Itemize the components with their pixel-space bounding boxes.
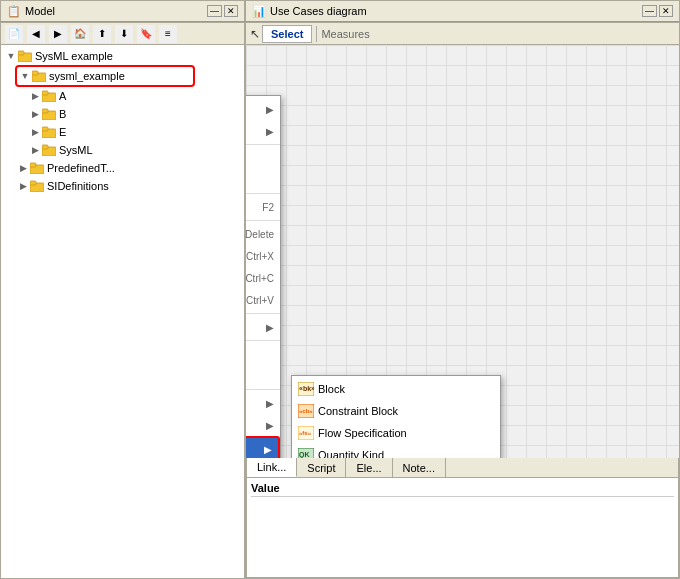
tab-note[interactable]: Note... bbox=[393, 458, 446, 477]
tree-item-predefined[interactable]: ▶ PredefinedT... bbox=[15, 159, 242, 177]
SysML-expand-icon[interactable]: ▶ bbox=[29, 144, 41, 156]
tree-item-E[interactable]: ▶ E bbox=[27, 123, 242, 141]
menu-open-explorer[interactable]: Open in new explorer bbox=[246, 365, 280, 387]
open-explorer-label: Open in new explorer bbox=[246, 370, 274, 382]
menu-macros[interactable]: M Macros ▶ bbox=[246, 316, 280, 338]
flow-specification-label: Flow Specification bbox=[318, 427, 494, 439]
E-expand-icon[interactable]: ▶ bbox=[29, 126, 41, 138]
submenu-quantity-kind[interactable]: QK Quantity Kind bbox=[292, 444, 500, 458]
svg-text:«bk»: «bk» bbox=[299, 385, 314, 392]
diagram-minimize-icon[interactable]: — bbox=[642, 5, 657, 17]
svg-rect-3 bbox=[32, 71, 38, 75]
tree-item-A[interactable]: ▶ A bbox=[27, 87, 242, 105]
si-expand-icon[interactable]: ▶ bbox=[17, 180, 29, 192]
menu-create-element[interactable]: Create element ▶ bbox=[246, 120, 280, 142]
diagram-close-icon[interactable]: ✕ bbox=[659, 5, 673, 17]
menu-sysml-architect[interactable]: 2 SA SysML Architect by Modeliosoft ▶ bbox=[246, 436, 280, 458]
toolbar-back-btn[interactable]: ◀ bbox=[27, 25, 45, 43]
predefined-expand-icon[interactable]: ▶ bbox=[17, 162, 29, 174]
rename-shortcut: F2 bbox=[262, 202, 274, 213]
tab-script[interactable]: Script bbox=[297, 458, 346, 477]
menu-cut-element[interactable]: ✂ Cut element Ctrl+X bbox=[246, 245, 280, 267]
E-label: E bbox=[59, 126, 66, 138]
menu-create-stereotype[interactable]: Create stereotype... bbox=[246, 169, 280, 191]
root-expand-icon[interactable]: ▼ bbox=[5, 50, 17, 62]
macros-label: Macros bbox=[246, 321, 262, 333]
toolbar-home-btn[interactable]: 🏠 bbox=[71, 25, 89, 43]
menu-modeler-module[interactable]: M Modeler Module ▶ bbox=[246, 392, 280, 414]
predefined-icon bbox=[29, 160, 45, 176]
select-button[interactable]: Select bbox=[262, 25, 312, 43]
document-publisher-arrow: ▶ bbox=[266, 420, 274, 431]
si-icon bbox=[29, 178, 45, 194]
separator-4 bbox=[246, 313, 280, 314]
tree-item-sidefinitions[interactable]: ▶ SIDefinitions bbox=[15, 177, 242, 195]
model-title-label: Model bbox=[25, 5, 55, 17]
si-label: SIDefinitions bbox=[47, 180, 109, 192]
toolbar-down-btn[interactable]: ⬇ bbox=[115, 25, 133, 43]
sysml-architect-arrow: ▶ bbox=[264, 444, 272, 455]
svg-rect-1 bbox=[18, 51, 24, 55]
menu-check-model[interactable]: Check model bbox=[246, 343, 280, 365]
block-label: Block bbox=[318, 383, 494, 395]
root-label: SysML example bbox=[35, 50, 113, 62]
tree-item-sysml-example[interactable]: ▼ sysml_example bbox=[15, 65, 195, 87]
constraint-block-icon: «cb» bbox=[298, 403, 314, 419]
create-diagram-arrow: ▶ bbox=[266, 104, 274, 115]
menu-add-stereotype[interactable]: «» Add stereotype bbox=[246, 147, 280, 169]
separator-2 bbox=[246, 193, 280, 194]
diagram-toolbar: ↖ Select Measures bbox=[246, 23, 679, 45]
value-column-header: Value bbox=[251, 482, 674, 497]
menu-create-diagram[interactable]: Create diagram ▶ bbox=[246, 98, 280, 120]
submenu-block[interactable]: «bk» Block bbox=[292, 378, 500, 400]
toolbar-expand-btn[interactable]: ≡ bbox=[159, 25, 177, 43]
tree-area: ▼ SysML example ▼ bbox=[1, 45, 244, 578]
menu-copy-element[interactable]: Copy element Ctrl+C bbox=[246, 267, 280, 289]
cursor-icon: ↖ bbox=[250, 27, 260, 41]
SysML-label: SysML bbox=[59, 144, 93, 156]
A-expand-icon[interactable]: ▶ bbox=[29, 90, 41, 102]
toolbar-new-btn[interactable]: 📄 bbox=[5, 25, 23, 43]
svg-text:«fs»: «fs» bbox=[299, 430, 312, 436]
model-tree-panel: 📄 ◀ ▶ 🏠 ⬆ ⬇ 🔖 ≡ ▼ bbox=[0, 22, 245, 579]
sysml-example-icon bbox=[31, 68, 47, 84]
quantity-kind-icon: QK bbox=[298, 447, 314, 458]
modeler-module-arrow: ▶ bbox=[266, 398, 274, 409]
close-icon[interactable]: ✕ bbox=[224, 5, 238, 17]
title-bar-row: 📋 Model — ✕ 📊 Use Cases diagram — ✕ bbox=[0, 0, 680, 22]
diagram-title-label: Use Cases diagram bbox=[270, 5, 367, 17]
tab-link[interactable]: Link... bbox=[247, 458, 297, 477]
main-row: 📄 ◀ ▶ 🏠 ⬆ ⬇ 🔖 ≡ ▼ bbox=[0, 22, 680, 579]
paste-shortcut: Ctrl+V bbox=[246, 295, 274, 306]
menu-rename[interactable]: Rename F2 bbox=[246, 196, 280, 218]
check-model-label: Check model bbox=[246, 348, 274, 360]
B-expand-icon[interactable]: ▶ bbox=[29, 108, 41, 120]
tree-root-item[interactable]: ▼ SysML example bbox=[3, 47, 242, 65]
tree-item-B[interactable]: ▶ B bbox=[27, 105, 242, 123]
minimize-icon[interactable]: — bbox=[207, 5, 222, 17]
menu-delete-element[interactable]: Delete element Delete bbox=[246, 223, 280, 245]
create-element-arrow: ▶ bbox=[266, 126, 274, 137]
sysml-architect-label: SysML Architect by Modeliosoft bbox=[246, 443, 260, 455]
E-icon bbox=[41, 124, 57, 140]
tree-item-SysML[interactable]: ▶ SysML bbox=[27, 141, 242, 159]
toolbar-up-btn[interactable]: ⬆ bbox=[93, 25, 111, 43]
model-panel-title: 📋 Model — ✕ bbox=[0, 0, 245, 21]
diagram-area[interactable]: Create diagram ▶ Create element ▶ «» bbox=[246, 45, 679, 458]
block-icon: «bk» bbox=[298, 381, 314, 397]
submenu-flow-specification[interactable]: «fs» Flow Specification bbox=[292, 422, 500, 444]
toolbar-bookmark-btn[interactable]: 🔖 bbox=[137, 25, 155, 43]
select-label: Select bbox=[271, 28, 303, 40]
create-element-label: Create element bbox=[246, 125, 262, 137]
quantity-kind-label: Quantity Kind bbox=[318, 449, 494, 458]
create-diagram-label: Create diagram bbox=[246, 103, 262, 115]
menu-document-publisher[interactable]: Document Publisher ▶ bbox=[246, 414, 280, 436]
svg-rect-7 bbox=[42, 109, 48, 113]
bottom-tabs: Link... Script Ele... Note... bbox=[247, 458, 678, 478]
tab-ele[interactable]: Ele... bbox=[346, 458, 392, 477]
sysml-example-expand-icon[interactable]: ▼ bbox=[19, 70, 31, 82]
toolbar-forward-btn[interactable]: ▶ bbox=[49, 25, 67, 43]
separator-1 bbox=[246, 144, 280, 145]
submenu-constraint-block[interactable]: «cb» Constraint Block bbox=[292, 400, 500, 422]
menu-paste-element[interactable]: 📋 Paste element Ctrl+V bbox=[246, 289, 280, 311]
